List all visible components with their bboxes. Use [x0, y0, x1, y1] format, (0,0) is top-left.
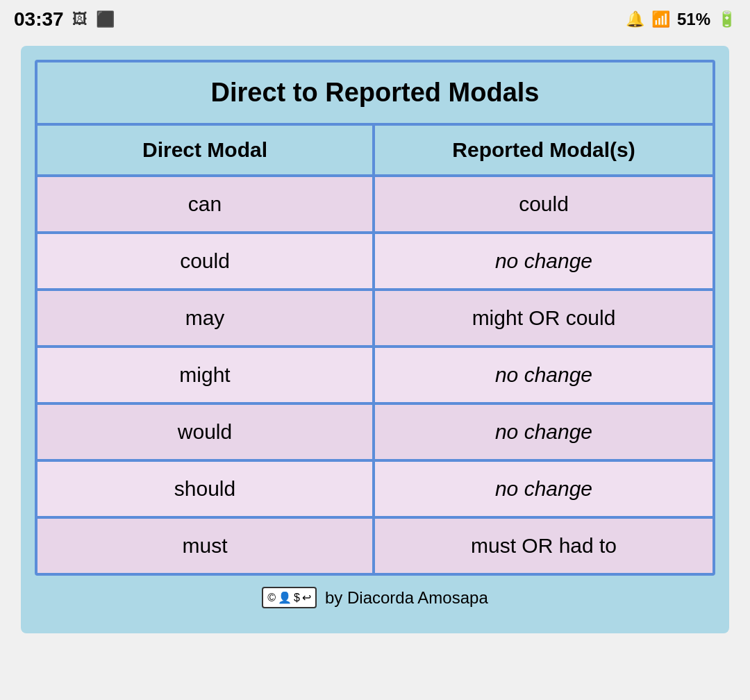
cell-direct: can: [38, 177, 375, 231]
cell-reported: no change: [375, 462, 712, 516]
cell-reported: no change: [375, 348, 712, 402]
header-direct-modal: Direct Modal: [38, 126, 375, 174]
photo-icon: 🖼: [72, 10, 88, 28]
share-icon: ↩: [302, 591, 311, 604]
cell-reported: might OR could: [375, 291, 712, 345]
modals-table-container: Direct to Reported Modals Direct Modal R…: [35, 60, 715, 576]
nodollar-icon: $: [294, 592, 300, 604]
wifi-icon: 📶: [651, 10, 670, 28]
cell-reported: could: [375, 177, 712, 231]
table-header: Direct Modal Reported Modal(s): [38, 126, 712, 177]
table-row: mustmust OR had to: [38, 519, 712, 573]
header-reported-modal: Reported Modal(s): [375, 126, 712, 174]
status-right: 🔔 📶 51% 🔋: [626, 10, 736, 29]
cell-direct: must: [38, 519, 375, 573]
footer-credit: by Diacorda Amosapa: [325, 588, 488, 608]
status-left: 03:37 🖼 ⬛: [14, 8, 115, 31]
cell-direct: would: [38, 405, 375, 459]
table-row: cancould: [38, 177, 712, 234]
table-row: maymight OR could: [38, 291, 712, 348]
cc-license-badge: © 👤 $ ↩: [262, 587, 317, 608]
table-row: shouldno change: [38, 462, 712, 519]
alarm-icon: 🔔: [626, 10, 644, 28]
table-row: mightno change: [38, 348, 712, 405]
cell-reported: no change: [375, 405, 712, 459]
cell-reported: no change: [375, 234, 712, 288]
cell-direct: should: [38, 462, 375, 516]
status-time: 03:37: [14, 8, 64, 31]
table-title: Direct to Reported Modals: [38, 62, 712, 126]
cc-icon: ©: [267, 592, 276, 604]
status-bar: 03:37 🖼 ⬛ 🔔 📶 51% 🔋: [0, 0, 750, 39]
table-row: wouldno change: [38, 405, 712, 462]
cell-direct: might: [38, 348, 375, 402]
main-content: Direct to Reported Modals Direct Modal R…: [21, 46, 729, 633]
footer: © 👤 $ ↩ by Diacorda Amosapa: [35, 576, 715, 619]
table-row: couldno change: [38, 234, 712, 291]
caption-icon: ⬛: [96, 10, 115, 28]
cell-reported: must OR had to: [375, 519, 712, 573]
table-body: cancouldcouldno changemaymight OR couldm…: [38, 177, 712, 573]
battery-icon: 🔋: [717, 10, 736, 28]
cell-direct: may: [38, 291, 375, 345]
person-icon: 👤: [278, 591, 292, 604]
battery-percent: 51%: [677, 10, 710, 29]
cell-direct: could: [38, 234, 375, 288]
